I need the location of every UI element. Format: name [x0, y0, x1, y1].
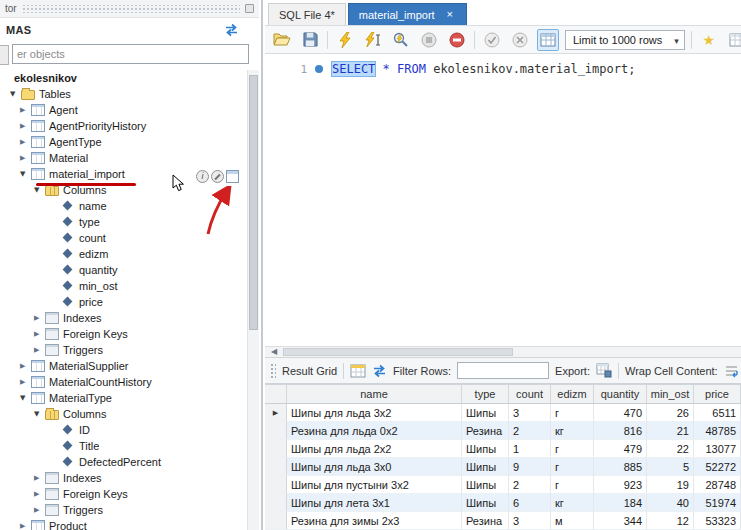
tree-item[interactable]: Triggers: [0, 502, 249, 518]
cell-count[interactable]: 2: [509, 422, 551, 440]
grid-column-header[interactable]: count: [509, 385, 551, 404]
cell-quantity[interactable]: 816: [594, 422, 647, 440]
cell-min-ost[interactable]: 19: [647, 476, 694, 494]
cell-price[interactable]: 28748: [694, 476, 741, 494]
cell-price[interactable]: 51974: [694, 494, 741, 512]
tab-material-import[interactable]: material_import: [348, 3, 467, 25]
cell-min-ost[interactable]: 26: [647, 404, 694, 422]
cell-name[interactable]: Шипы для льда 3x2: [287, 404, 462, 422]
cell-edizm[interactable]: г: [551, 476, 594, 494]
cell-quantity[interactable]: 344: [594, 512, 647, 530]
tree-item[interactable]: Agent: [0, 102, 249, 118]
schema-filter-input[interactable]: [12, 44, 249, 64]
cell-name[interactable]: Шипы для пустыни 3x2: [287, 476, 462, 494]
row-selector[interactable]: [265, 440, 287, 458]
tree-expander-icon[interactable]: [20, 134, 31, 150]
filter-rows-input[interactable]: [457, 362, 549, 379]
tree-item[interactable]: Foreign Keys: [0, 486, 249, 502]
tree-item[interactable]: ekolesnikov: [0, 70, 249, 86]
cell-type[interactable]: Шипы: [462, 404, 509, 422]
tree-item[interactable]: MaterialSupplier: [0, 358, 249, 374]
editor-horizontal-scrollbar[interactable]: [265, 346, 741, 358]
tree-expander-icon[interactable]: [34, 342, 45, 358]
grid-selector-header[interactable]: [265, 385, 287, 404]
rollback-button[interactable]: [509, 29, 531, 51]
tree-item[interactable]: MaterialType: [0, 390, 249, 406]
open-file-button[interactable]: [271, 29, 293, 51]
navigator-scrollbar[interactable]: [247, 70, 259, 530]
export-recordset-icon[interactable]: [596, 363, 612, 378]
limit-rows-dropdown[interactable]: Limit to 1000 rows: [565, 30, 685, 50]
tree-item[interactable]: Indexes: [0, 310, 249, 326]
execute-query-button[interactable]: [334, 29, 356, 51]
tree-expander-icon[interactable]: [20, 102, 31, 118]
cell-count[interactable]: 3: [509, 404, 551, 422]
stop-query-button[interactable]: [418, 29, 440, 51]
tree-expander-icon[interactable]: [20, 358, 31, 374]
cell-min-ost[interactable]: 22: [647, 440, 694, 458]
cell-name[interactable]: Шипы для льда 2x2: [287, 440, 462, 458]
cell-price[interactable]: 48785: [694, 422, 741, 440]
cell-edizm[interactable]: м: [551, 512, 594, 530]
tree-expander-icon[interactable]: [34, 326, 45, 342]
tree-item[interactable]: Material: [0, 150, 249, 166]
cell-type[interactable]: Резина: [462, 512, 509, 530]
cell-type[interactable]: Шипы: [462, 440, 509, 458]
cell-count[interactable]: 2: [509, 476, 551, 494]
tree-expander-icon[interactable]: [20, 390, 31, 406]
table-row[interactable]: Резина для зимы 2x3 Резина 3 м 344 12 53…: [265, 512, 741, 530]
grid-column-header[interactable]: min_ost: [647, 385, 694, 404]
cell-edizm[interactable]: г: [551, 404, 594, 422]
tree-expander-icon[interactable]: [20, 518, 31, 530]
cell-edizm[interactable]: г: [551, 458, 594, 476]
toggle-autocommit-button[interactable]: [537, 29, 559, 51]
tree-expander-icon[interactable]: [34, 470, 45, 486]
row-selector[interactable]: [265, 422, 287, 440]
cell-name[interactable]: Резина для зимы 2x3: [287, 512, 462, 530]
beautify-script-button[interactable]: [698, 29, 720, 51]
table-row[interactable]: Резина для льда 0x2 Резина 2 кг 816 21 4…: [265, 422, 741, 440]
tab-sql-file-4[interactable]: SQL File 4*: [268, 3, 346, 25]
table-row[interactable]: Шипы для льда 3x0 Шипы 9 г 885 5 52272: [265, 458, 741, 476]
tree-expander-icon[interactable]: [20, 118, 31, 134]
cell-type[interactable]: Шипы: [462, 476, 509, 494]
scrollbar-thumb[interactable]: [249, 75, 258, 330]
tree-expander-icon[interactable]: [34, 406, 45, 422]
refresh-results-icon[interactable]: [372, 364, 387, 378]
table-row[interactable]: Шипы для пустыни 3x2 Шипы 2 г 923 19 287…: [265, 476, 741, 494]
panel-grip-dots[interactable]: [22, 5, 240, 13]
tree-expander-icon[interactable]: [34, 310, 45, 326]
table-settings-icon[interactable]: [211, 170, 224, 183]
toggle-invisible-characters-button[interactable]: [726, 29, 741, 51]
cell-edizm[interactable]: г: [551, 440, 594, 458]
grid-column-header[interactable]: quantity: [594, 385, 647, 404]
cell-min-ost[interactable]: 12: [647, 512, 694, 530]
cell-count[interactable]: 3: [509, 512, 551, 530]
tree-item[interactable]: MaterialCountHistory: [0, 374, 249, 390]
cell-count[interactable]: 9: [509, 458, 551, 476]
tree-expander-icon[interactable]: [20, 166, 31, 182]
tree-item[interactable]: edizm: [0, 246, 249, 262]
tree-expander-icon[interactable]: [34, 486, 45, 502]
tree-item[interactable]: Triggers: [0, 342, 249, 358]
sql-editor[interactable]: 1 SELECT * FROM ekolesnikov.material_imp…: [265, 54, 741, 346]
tree-item[interactable]: quantity: [0, 262, 249, 278]
row-selector[interactable]: [265, 512, 287, 530]
tree-item[interactable]: price: [0, 294, 249, 310]
tree-item[interactable]: Tables: [0, 86, 249, 102]
tree-expander-icon[interactable]: [34, 502, 45, 518]
cell-min-ost[interactable]: 5: [647, 458, 694, 476]
table-row[interactable]: Шипы для льда 2x2 Шипы 1 г 479 22 13077: [265, 440, 741, 458]
cell-type[interactable]: Резина: [462, 422, 509, 440]
cell-quantity[interactable]: 470: [594, 404, 647, 422]
panel-button-icon[interactable]: [245, 4, 254, 13]
cell-quantity[interactable]: 885: [594, 458, 647, 476]
cell-name[interactable]: Шипы для лета 3x1: [287, 494, 462, 512]
refresh-schemas-icon[interactable]: [224, 23, 239, 37]
tree-item[interactable]: Columns: [0, 406, 249, 422]
cell-quantity[interactable]: 184: [594, 494, 647, 512]
cell-price[interactable]: 52272: [694, 458, 741, 476]
cell-price[interactable]: 6511: [694, 404, 741, 422]
cell-quantity[interactable]: 479: [594, 440, 647, 458]
tree-expander-icon[interactable]: [10, 86, 21, 102]
